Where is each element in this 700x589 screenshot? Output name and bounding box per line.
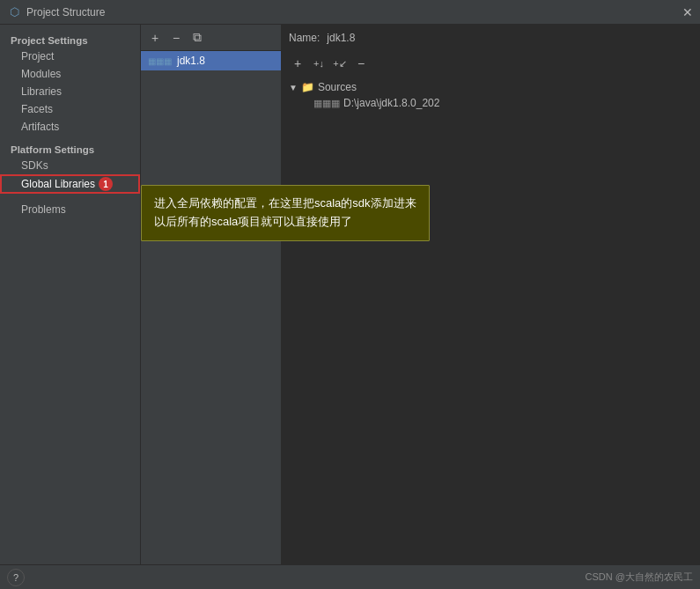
sidebar-item-libraries[interactable]: Libraries <box>0 83 140 100</box>
sources-folder-icon: 📁 <box>301 81 314 93</box>
detail-remove-button[interactable]: − <box>352 55 370 72</box>
window-title: Project Structure <box>26 6 105 18</box>
detail-add-sub-button[interactable]: +↙ <box>331 55 349 72</box>
project-settings-title: Project Settings <box>0 32 140 48</box>
sidebar-item-facets[interactable]: Facets <box>0 100 140 118</box>
name-label: Name: <box>289 32 320 44</box>
sdk-remove-button[interactable]: − <box>167 29 185 47</box>
sdk-item-label: jdk1.8 <box>177 55 205 67</box>
tooltip-popup: 进入全局依赖的配置，在这里把scala的sdk添加进来 以后所有的scala项目… <box>141 185 430 241</box>
sidebar-item-global-libraries[interactable]: Global Libraries 1 <box>0 174 140 194</box>
sources-path-item: ▦▦▦ D:\java\jdk1.8.0_202 <box>289 95 693 109</box>
details-panel: Name: jdk1.8 + +↓ +↙ − ▼ 📁 Sources ▦▦▦ <box>282 25 700 564</box>
tooltip-line1: 进入全局依赖的配置，在这里把scala的sdk添加进来 <box>154 195 416 213</box>
sources-tree-item[interactable]: ▼ 📁 Sources <box>289 79 693 95</box>
name-row: Name: jdk1.8 <box>289 32 693 44</box>
sdk-item-icon: ▦▦▦ <box>148 56 172 66</box>
watermark-text: CSDN @大自然的农民工 <box>586 571 693 584</box>
details-toolbar: + +↓ +↙ − <box>289 55 693 72</box>
sdk-list-toolbar: + − ⧉ <box>141 25 281 51</box>
sdk-add-button[interactable]: + <box>146 29 164 47</box>
content-area: + − ⧉ ▦▦▦ jdk1.8 Name: jdk1.8 + +↓ <box>141 25 700 564</box>
bottom-bar: ? CSDN @大自然的农民工 <box>0 564 700 589</box>
sidebar: Project Settings Project Modules Librari… <box>0 25 141 564</box>
tooltip-line2: 以后所有的scala项目就可以直接使用了 <box>154 213 416 232</box>
sidebar-item-sdks[interactable]: SDKs <box>0 157 140 174</box>
sidebar-item-artifacts[interactable]: Artifacts <box>0 118 140 136</box>
sources-label: Sources <box>318 81 357 93</box>
sdk-list-panel: + − ⧉ ▦▦▦ jdk1.8 <box>141 25 282 564</box>
platform-settings-title: Platform Settings <box>0 141 140 157</box>
title-bar: ⬡ Project Structure ✕ <box>0 0 700 25</box>
path-icon: ▦▦▦ <box>313 98 340 109</box>
main-container: Project Settings Project Modules Librari… <box>0 25 700 564</box>
sidebar-item-project[interactable]: Project <box>0 48 140 65</box>
detail-add-alt-button[interactable]: +↓ <box>310 55 328 72</box>
sources-path-label: D:\java\jdk1.8.0_202 <box>343 97 439 109</box>
content-inner: + − ⧉ ▦▦▦ jdk1.8 Name: jdk1.8 + +↓ <box>141 25 700 564</box>
global-libraries-badge: 1 <box>99 177 113 191</box>
sidebar-item-problems[interactable]: Problems <box>0 201 140 218</box>
sdk-item-jdk18[interactable]: ▦▦▦ jdk1.8 <box>141 51 281 70</box>
sdk-copy-button[interactable]: ⧉ <box>188 29 206 47</box>
detail-add-button[interactable]: + <box>289 55 306 72</box>
help-button[interactable]: ? <box>7 569 25 586</box>
sidebar-item-modules[interactable]: Modules <box>0 65 140 83</box>
name-value: jdk1.8 <box>327 32 355 44</box>
app-icon: ⬡ <box>7 5 21 19</box>
close-button[interactable]: ✕ <box>682 6 693 18</box>
tree-arrow-icon: ▼ <box>289 83 298 92</box>
